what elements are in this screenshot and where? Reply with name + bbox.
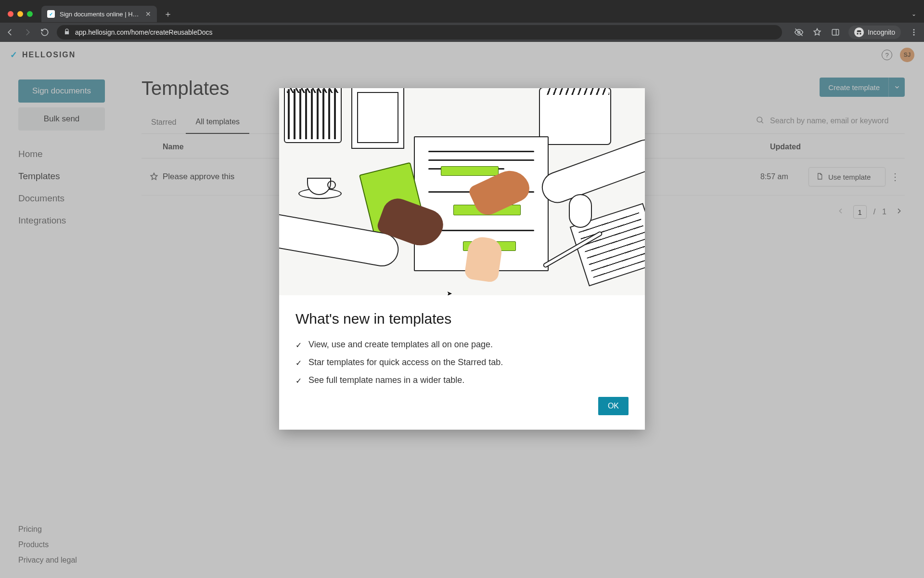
browser-tab[interactable]: ✓ Sign documents online | HelloS ✕ bbox=[41, 6, 157, 22]
modal-feature-text: See full template names in a wider table… bbox=[308, 375, 464, 385]
modal-title: What's new in templates bbox=[295, 311, 629, 327]
svg-point-2 bbox=[913, 29, 915, 30]
window-zoom-icon[interactable] bbox=[27, 11, 33, 17]
modal-feature-item: ✓ Star templates for quick access on the… bbox=[295, 357, 629, 368]
side-panel-icon[interactable] bbox=[830, 28, 841, 37]
modal-illustration: ➤ bbox=[279, 88, 645, 295]
incognito-icon bbox=[854, 27, 864, 37]
tab-list-chevron-icon[interactable]: ⌄ bbox=[911, 11, 916, 17]
window-controls bbox=[8, 11, 33, 17]
check-icon: ✓ bbox=[295, 358, 302, 368]
modal-overlay[interactable]: ➤ What's new in templates ✓ View, use an… bbox=[0, 42, 924, 578]
svg-rect-1 bbox=[832, 29, 839, 35]
check-icon: ✓ bbox=[295, 341, 302, 350]
browser-toolbar: app.hellosign.com/home/createReusableDoc… bbox=[0, 23, 924, 42]
address-url: app.hellosign.com/home/createReusableDoc… bbox=[75, 28, 213, 36]
nav-back-icon[interactable] bbox=[5, 28, 15, 37]
tab-favicon-icon: ✓ bbox=[47, 10, 55, 18]
svg-point-4 bbox=[913, 34, 915, 36]
nav-reload-icon[interactable] bbox=[39, 28, 50, 37]
kebab-menu-icon[interactable] bbox=[909, 28, 919, 37]
whats-new-modal: ➤ What's new in templates ✓ View, use an… bbox=[279, 88, 645, 430]
svg-point-3 bbox=[913, 32, 915, 33]
bookmark-star-icon[interactable] bbox=[812, 27, 822, 37]
modal-feature-text: Star templates for quick access on the S… bbox=[308, 357, 503, 368]
modal-feature-item: ✓ See full template names in a wider tab… bbox=[295, 375, 629, 385]
modal-ok-button[interactable]: OK bbox=[598, 397, 629, 415]
tab-close-icon[interactable]: ✕ bbox=[145, 10, 151, 18]
eye-off-icon[interactable] bbox=[794, 27, 804, 37]
check-icon: ✓ bbox=[295, 376, 302, 385]
modal-feature-text: View, use and create templates all on on… bbox=[308, 340, 493, 350]
tab-title: Sign documents online | HelloS bbox=[60, 11, 141, 18]
window-minimize-icon[interactable] bbox=[17, 11, 23, 17]
nav-forward-icon[interactable] bbox=[22, 28, 33, 37]
lock-icon bbox=[64, 28, 70, 37]
mouse-cursor-icon: ➤ bbox=[447, 289, 452, 295]
incognito-chip[interactable]: Incognito bbox=[848, 26, 901, 39]
address-bar[interactable]: app.hellosign.com/home/createReusableDoc… bbox=[57, 25, 782, 39]
modal-feature-item: ✓ View, use and create templates all on … bbox=[295, 340, 629, 350]
new-tab-button[interactable]: ＋ bbox=[164, 8, 172, 20]
window-close-icon[interactable] bbox=[8, 11, 13, 17]
app-root: ✓ HELLOSIGN ? SJ Sign documents Bulk sen… bbox=[0, 42, 924, 578]
incognito-label: Incognito bbox=[868, 28, 895, 36]
browser-tab-strip: ✓ Sign documents online | HelloS ✕ ＋ ⌄ bbox=[0, 5, 924, 23]
